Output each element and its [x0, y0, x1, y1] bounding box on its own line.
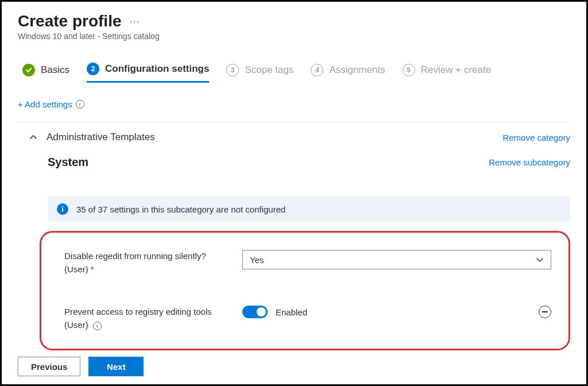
- page-subtitle: Windows 10 and later - Settings catalog: [18, 32, 570, 41]
- step-number-icon: 3: [226, 64, 239, 76]
- step-number-icon: 4: [311, 64, 323, 76]
- step-number-icon: 2: [87, 63, 99, 75]
- info-icon[interactable]: i: [76, 100, 84, 109]
- toggle-knob: [257, 307, 266, 316]
- tab-assignments[interactable]: 4 Assignments: [311, 63, 385, 83]
- tab-basics[interactable]: Basics: [22, 63, 69, 83]
- wizard-tabs: Basics 2 Configuration settings 3 Scope …: [18, 63, 570, 83]
- select-value: Yes: [250, 255, 264, 265]
- page-title: Create profile: [18, 12, 122, 30]
- setting-label: Prevent access to registry editing tools…: [64, 306, 231, 331]
- divider: [18, 122, 570, 122]
- add-settings-link[interactable]: + Add settings: [18, 99, 72, 109]
- setting-label-line2: (User): [64, 320, 88, 330]
- checkmark-icon: [22, 64, 35, 76]
- previous-button[interactable]: Previous: [18, 357, 80, 376]
- toggle-state-label: Enabled: [276, 307, 307, 317]
- remove-setting-button[interactable]: [539, 306, 551, 318]
- remove-category-link[interactable]: Remove category: [502, 133, 570, 142]
- setting-prevent-regedit-access: Prevent access to registry editing tools…: [64, 306, 551, 331]
- subcategory-title: System: [48, 156, 88, 169]
- settings-highlight-box: Disable regedit from running silently? (…: [40, 231, 570, 350]
- more-actions-button[interactable]: ···: [130, 16, 140, 28]
- regedit-silent-select[interactable]: Yes: [242, 250, 551, 269]
- wizard-footer: Previous Next: [18, 357, 144, 376]
- tab-review-create[interactable]: 5 Review + create: [403, 63, 491, 83]
- setting-label-line1: Prevent access to registry editing tools: [64, 307, 212, 316]
- setting-label-line1: Disable regedit from running silently?: [64, 251, 206, 261]
- setting-label: Disable regedit from running silently? (…: [64, 250, 231, 276]
- tab-scope-tags[interactable]: 3 Scope tags: [226, 63, 293, 83]
- minus-icon: [542, 311, 548, 312]
- setting-label-line2: (User): [64, 264, 88, 274]
- category-title: Administrative Templates: [47, 132, 155, 143]
- tab-label: Review + create: [421, 64, 491, 76]
- tab-label: Basics: [41, 64, 69, 76]
- tab-label: Configuration settings: [105, 63, 209, 75]
- tab-configuration-settings[interactable]: 2 Configuration settings: [87, 63, 209, 83]
- tab-label: Assignments: [329, 64, 385, 76]
- chevron-up-icon[interactable]: [29, 133, 37, 141]
- remove-subcategory-link[interactable]: Remove subcategory: [489, 157, 570, 167]
- chevron-down-icon: [536, 256, 544, 264]
- step-number-icon: 5: [403, 64, 415, 76]
- tab-label: Scope tags: [245, 64, 293, 76]
- info-banner: i 35 of 37 settings in this subcategory …: [48, 196, 570, 222]
- prevent-regedit-toggle[interactable]: [242, 306, 268, 318]
- setting-disable-regedit-silent: Disable regedit from running silently? (…: [64, 250, 551, 276]
- info-banner-text: 35 of 37 settings in this subcategory ar…: [76, 204, 285, 214]
- info-icon: i: [57, 203, 68, 215]
- next-button[interactable]: Next: [88, 357, 144, 376]
- info-icon[interactable]: i: [93, 322, 102, 330]
- required-mark: *: [91, 264, 94, 274]
